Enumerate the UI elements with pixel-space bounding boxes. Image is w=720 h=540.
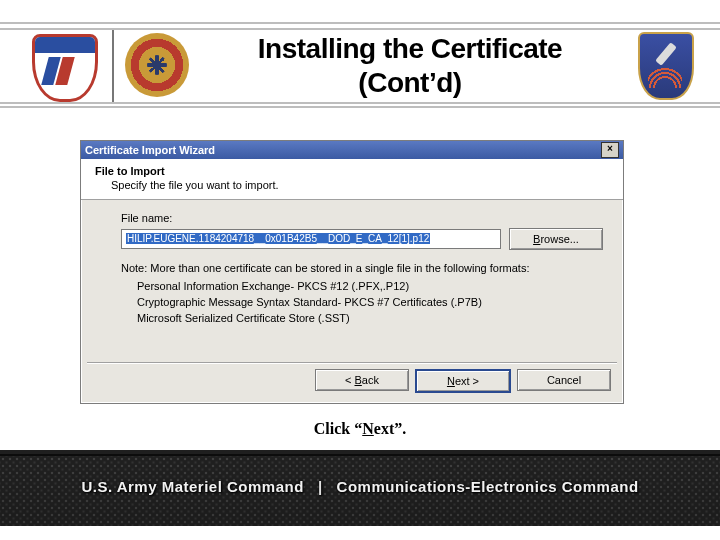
- ordnance-logo: [122, 30, 192, 100]
- back-button[interactable]: < Back: [315, 369, 409, 391]
- next-button[interactable]: Next >: [415, 369, 511, 393]
- wizard-body: File name: HILIP.EUGENE.1184204718__0x01…: [81, 200, 623, 334]
- formats-note: Note: More than one certificate can be s…: [121, 262, 603, 274]
- wizard-header: File to Import Specify the file you want…: [81, 159, 623, 200]
- wizard-footer: < Back Next > Cancel: [315, 369, 611, 393]
- instruction-caption: Click “Next”.: [0, 420, 720, 438]
- footer-sep: |: [318, 478, 323, 495]
- footer-right: Communications-Electronics Command: [337, 478, 639, 495]
- wizard-separator: [87, 362, 617, 363]
- rule: [0, 106, 720, 108]
- file-row: HILIP.EUGENE.1184204718__0x01B42B5__DOD_…: [121, 228, 603, 250]
- slide: Installing the Certificate (Cont’d) Cert…: [0, 0, 720, 540]
- file-name-label: File name:: [121, 212, 603, 224]
- title-line-1: Installing the Certificate: [258, 33, 562, 64]
- file-name-input[interactable]: HILIP.EUGENE.1184204718__0x01B42B5__DOD_…: [121, 229, 501, 249]
- cancel-button[interactable]: Cancel: [517, 369, 611, 391]
- format-p7b: Cryptographic Message Syntax Standard- P…: [137, 296, 603, 308]
- footer-left: U.S. Army Materiel Command: [81, 478, 304, 495]
- wizard-titlebar: Certificate Import Wizard ×: [81, 141, 623, 159]
- wizard-heading: File to Import: [95, 165, 611, 177]
- close-icon[interactable]: ×: [601, 142, 619, 158]
- format-sst: Microsoft Serialized Certificate Store (…: [137, 312, 603, 324]
- header-separator: [112, 30, 114, 102]
- footer-text: U.S. Army Materiel Command | Communicati…: [0, 478, 720, 495]
- cert-import-wizard: Certificate Import Wizard × File to Impo…: [80, 140, 624, 404]
- slide-title: Installing the Certificate (Cont’d): [210, 32, 610, 100]
- footer-rule: [0, 450, 720, 454]
- rule: [0, 22, 720, 24]
- format-pfx: Personal Information Exchange- PKCS #12 …: [137, 280, 603, 292]
- rule: [0, 102, 720, 104]
- file-name-value: HILIP.EUGENE.1184204718__0x01B42B5__DOD_…: [126, 233, 430, 244]
- amc-logo: [30, 30, 100, 100]
- wizard-subheading: Specify the file you want to import.: [111, 179, 611, 191]
- rule: [0, 28, 720, 30]
- browse-button[interactable]: Browse...: [509, 228, 603, 250]
- wizard-title: Certificate Import Wizard: [85, 144, 215, 156]
- cecom-logo: [636, 30, 696, 100]
- title-line-2: (Cont’d): [358, 67, 461, 98]
